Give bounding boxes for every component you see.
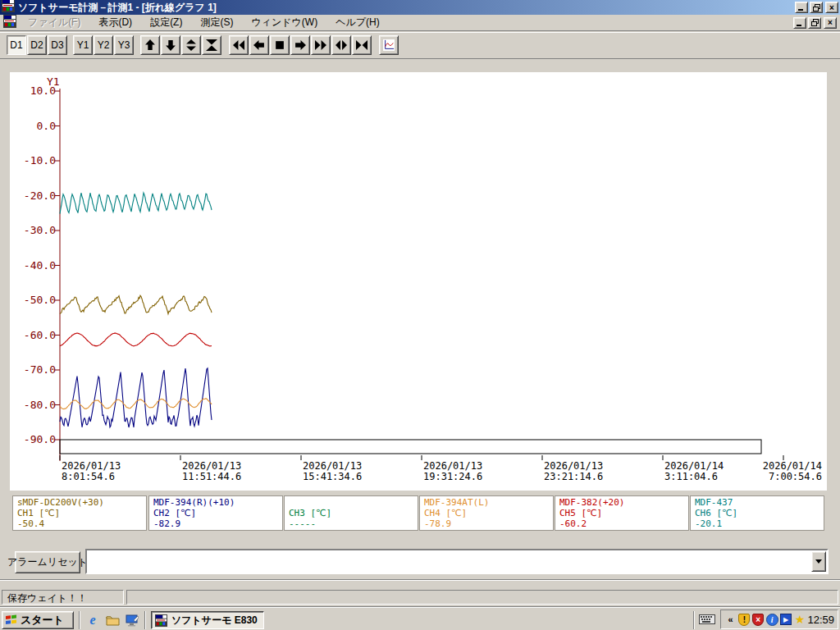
legend-cell-ch1: sMDF-DC200V(+30)CH1 [℃]-50.4 — [12, 495, 147, 531]
svg-text:15:41:34.6: 15:41:34.6 — [303, 471, 362, 482]
svg-text:10.0: 10.0 — [30, 84, 56, 97]
mdi-minimize-button[interactable] — [793, 17, 806, 29]
toolbar-button-step-forward[interactable] — [290, 35, 310, 55]
series-ch1 — [60, 295, 212, 313]
series-ch2 — [60, 368, 212, 427]
task-button-softthermo[interactable]: ソフトサーモ E830 — [151, 611, 264, 629]
toolbar-button-stop[interactable] — [270, 35, 290, 55]
restore-button[interactable] — [810, 2, 823, 13]
collapse-horizontal-icon — [356, 39, 368, 51]
svg-text:-50.0: -50.0 — [24, 294, 56, 306]
menu-item-1[interactable]: 表示(D) — [92, 14, 139, 31]
stop-icon — [274, 39, 285, 51]
toolbar-button-collapse-horizontal[interactable] — [352, 35, 372, 55]
svg-text:11:51:44.6: 11:51:44.6 — [182, 471, 241, 482]
menu-item-4[interactable]: ウィンドウ(W) — [244, 14, 324, 31]
taskbar-separator — [144, 611, 146, 629]
svg-text:-30.0: -30.0 — [24, 224, 56, 236]
close-button[interactable]: × — [825, 2, 838, 13]
menu-bar: ファイル(F)表示(D)設定(Z)測定(S)ウィンドウ(W)ヘルプ(H) × — [0, 15, 840, 31]
alarm-combobox[interactable] — [85, 549, 829, 574]
svg-text:19:31:24.6: 19:31:24.6 — [423, 471, 482, 482]
menu-item-3[interactable]: 測定(S) — [194, 14, 240, 31]
system-tray: « ! × i ▶ ★ 12:59 — [720, 609, 838, 629]
series-ch6 — [60, 193, 212, 214]
toolbar-button-y1[interactable]: Y1 — [73, 35, 93, 55]
mdi-restore-button[interactable] — [808, 17, 821, 29]
chevron-left-icon[interactable]: « — [724, 613, 737, 626]
series-ch5 — [60, 333, 212, 346]
svg-text:-80.0: -80.0 — [24, 399, 56, 411]
channel-label: CH4 [℃] — [424, 508, 553, 518]
legend-cell-ch5: MDF-382(+20)CH5 [℃]-60.2 — [555, 495, 689, 531]
divider — [0, 579, 840, 581]
move-down-icon — [165, 39, 176, 51]
svg-text:2026/01/13: 2026/01/13 — [62, 460, 121, 472]
toolbar-button-expand-vertical[interactable] — [181, 35, 201, 55]
alarm-combobox-value[interactable] — [87, 550, 810, 573]
expand-horizontal-icon — [336, 39, 347, 51]
mdi-close-button[interactable]: × — [824, 17, 837, 29]
info-balloon-icon[interactable]: i — [766, 613, 778, 626]
toolbar-button-expand-horizontal[interactable] — [331, 35, 351, 55]
shield-warning-icon[interactable]: ! — [738, 613, 751, 626]
title-bar: ソフトサーモ計測－計測1 - [折れ線グラフ 1] × — [0, 0, 840, 15]
combobox-dropdown-button[interactable] — [811, 551, 826, 572]
channel-name — [289, 497, 418, 508]
channel-name: MDF-394(R)(+10) — [153, 497, 282, 508]
legend-cell-ch2: MDF-394(R)(+10)CH2 [℃]-82.9 — [148, 495, 283, 531]
toolbar-button-line-graph[interactable] — [379, 35, 399, 55]
star-icon[interactable]: ★ — [794, 613, 806, 626]
alarm-reset-button[interactable]: アラームリセット — [15, 551, 80, 573]
menu-item-0: ファイル(F) — [21, 14, 87, 31]
taskbar-separator — [79, 611, 80, 629]
toolbar-button-move-down[interactable] — [161, 35, 180, 55]
channel-value: -82.9 — [153, 518, 282, 529]
channel-name: MDF-382(+20) — [559, 497, 688, 508]
shield-error-icon[interactable]: × — [752, 613, 765, 626]
channel-name: sMDF-DC200V(+30) — [17, 497, 146, 508]
menu-items: ファイル(F)表示(D)設定(Z)測定(S)ウィンドウ(W)ヘルプ(H) — [21, 14, 391, 31]
legend-cell-ch3: CH3 [℃]----- — [284, 495, 418, 531]
toolbar-button-d3[interactable]: D3 — [48, 35, 67, 55]
svg-text:-40.0: -40.0 — [24, 259, 56, 272]
svg-text:-70.0: -70.0 — [24, 363, 56, 376]
minimize-button[interactable] — [795, 2, 808, 13]
show-desktop-icon[interactable] — [125, 613, 139, 628]
keyboard-language-icon[interactable] — [699, 613, 715, 628]
fast-forward-icon — [315, 39, 326, 51]
window-title: ソフトサーモ計測－計測1 - [折れ線グラフ 1] — [18, 1, 217, 15]
toolbar-button-move-up[interactable] — [140, 35, 160, 55]
toolbar-button-d2[interactable]: D2 — [27, 35, 47, 55]
channel-label: CH2 [℃] — [153, 508, 282, 518]
toolbar-button-step-back[interactable] — [249, 35, 269, 55]
expand-vertical-icon — [185, 39, 197, 51]
start-button[interactable]: スタート — [2, 611, 74, 629]
svg-text:3:11:04.6: 3:11:04.6 — [664, 471, 718, 482]
toolbar: D1D2D3Y1Y2Y3 — [0, 32, 840, 59]
toolbar-button-y2[interactable]: Y2 — [94, 35, 113, 55]
task-button-label: ソフトサーモ E830 — [171, 614, 258, 628]
task-app-icon — [155, 614, 167, 627]
taskbar-clock: 12:59 — [807, 614, 834, 626]
toolbar-button-collapse-vertical[interactable] — [202, 35, 221, 55]
internet-explorer-icon[interactable]: e — [85, 613, 100, 628]
play-button-icon[interactable]: ▶ — [780, 613, 792, 626]
menu-item-2[interactable]: 設定(Z) — [144, 14, 189, 31]
legend-cell-ch6: MDF-437CH6 [℃]-20.1 — [690, 495, 824, 531]
svg-text:2026/01/13: 2026/01/13 — [182, 460, 241, 472]
svg-text:2026/01/14: 2026/01/14 — [763, 460, 822, 472]
svg-text:0.0: 0.0 — [37, 120, 56, 132]
toolbar-button-d1[interactable]: D1 — [7, 35, 26, 55]
windows-logo-icon — [5, 614, 18, 626]
toolbar-button-fast-forward[interactable] — [311, 35, 331, 55]
toolbar-button-rewind[interactable] — [229, 35, 249, 55]
channel-label: CH5 [℃] — [559, 508, 688, 518]
legend-cell-ch4: MDF-394AT(L)CH4 [℃]-78.9 — [419, 495, 554, 531]
folder-icon[interactable] — [105, 613, 120, 628]
svg-text:23:21:14.6: 23:21:14.6 — [544, 471, 603, 482]
svg-text:2026/01/14: 2026/01/14 — [664, 460, 724, 472]
mdi-child-icon[interactable] — [3, 15, 16, 31]
toolbar-button-y3[interactable]: Y3 — [114, 35, 134, 55]
menu-item-5[interactable]: ヘルプ(H) — [329, 14, 386, 31]
